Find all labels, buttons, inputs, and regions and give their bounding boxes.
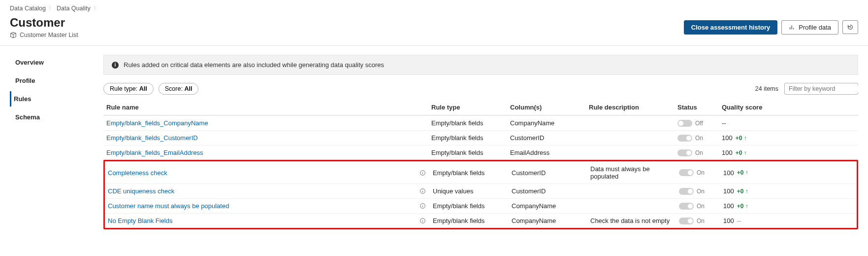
description-cell: Check the data is not empty [590,217,679,224]
status-label: Off [695,120,703,127]
rule-name-link[interactable]: Customer name must always be populated [108,202,229,210]
info-icon[interactable] [419,203,426,209]
rule-name-link[interactable]: No Empty Blank Fields [108,217,173,224]
score-value: 100 [723,217,734,224]
info-icon: i [112,62,119,69]
sidebar-item-rules[interactable]: Rules [10,91,94,107]
columns-cell: EmailAddress [510,149,589,156]
filter-score-value: All [184,85,192,92]
col-rule-name: Rule name [106,104,431,111]
cube-icon [10,32,17,38]
table-row: Customer name must always be populated E… [105,198,857,213]
sidebar-item-profile[interactable]: Profile [10,73,94,88]
col-score: Quality score [722,104,766,111]
sidebar-item-schema[interactable]: Schema [10,110,94,125]
score-trend: +0 ↑ [736,149,747,156]
info-bar: i Rules added on critical data elements … [103,55,858,75]
subtitle-text: Customer Master List [20,32,78,38]
status-label: On [697,188,705,195]
status-toggle[interactable] [677,120,692,127]
search-input[interactable] [789,85,866,92]
rule-type-cell: Empty/blank fields [431,119,510,127]
columns-cell: CustomerID [510,134,589,142]
sidebar-item-overview[interactable]: Overview [10,55,94,70]
rule-name-link[interactable]: CDE uniqueness check [108,187,174,195]
status-label: On [697,169,705,176]
rule-type-cell: Empty/blank fields [433,202,512,210]
status-toggle[interactable] [679,169,694,176]
filter-rule-type-value: All [139,85,147,92]
score-value: -- [722,119,726,127]
columns-cell: CustomerID [512,169,590,177]
col-rule-type: Rule type [431,104,510,111]
profile-data-label: Profile data [799,24,831,31]
status-label: On [695,135,703,142]
col-status: Status [677,104,722,111]
history-button[interactable] [842,20,858,34]
score-trend: -- [737,217,741,224]
table-row: No Empty Blank Fields Empty/blank fields… [105,213,857,228]
rule-name-link[interactable]: Empty/blank_fields_EmailAddress [106,149,203,156]
status-toggle[interactable] [679,203,694,210]
status-toggle[interactable] [677,135,692,142]
breadcrumb-item[interactable]: Data Quality [57,5,91,12]
rule-name-link[interactable]: Empty/blank_fields_CompanyName [106,119,208,127]
filter-score-label: Score: [165,85,183,92]
filter-score[interactable]: Score: All [159,83,199,95]
columns-cell: CompanyName [510,119,589,127]
table-row: Empty/blank_fields_CompanyName Empty/bla… [103,115,858,130]
profile-data-button[interactable]: Profile data [781,20,838,35]
status-toggle[interactable] [677,149,692,156]
columns-cell: CompanyName [512,217,590,224]
score-value: 100 [722,149,733,156]
rules-table: Rule name Rule type Column(s) Rule descr… [103,100,858,229]
status-label: On [697,218,705,224]
col-columns: Column(s) [510,104,589,111]
rule-type-cell: Empty/blank fields [433,169,512,177]
rule-type-cell: Empty/blank fields [431,134,510,142]
history-icon [847,24,854,31]
info-text: Rules added on critical data elements ar… [124,61,384,69]
score-trend: +0 ↑ [736,135,747,142]
score-value: 100 [723,169,734,177]
table-row: CDE uniqueness check Unique values Custo… [105,183,857,198]
chevron-right-icon: 〉 [94,5,98,12]
chevron-right-icon: 〉 [49,5,54,12]
rule-type-cell: Empty/blank fields [431,149,510,156]
score-value: 100 [722,134,733,142]
table-row: Empty/blank_fields_CustomerID Empty/blan… [103,130,858,145]
score-value: 100 [723,202,734,210]
bar-chart-icon [789,24,796,31]
status-toggle[interactable] [679,188,694,195]
status-label: On [697,203,705,210]
close-assessment-button[interactable]: Close assessment history [684,20,777,35]
page-title: Customer [10,16,78,30]
score-trend: +0 ↑ [737,169,748,176]
info-icon[interactable] [419,218,426,224]
rule-type-cell: Unique values [433,187,512,195]
status-toggle[interactable] [679,218,694,224]
table-row: Empty/blank_fields_EmailAddress Empty/bl… [103,145,858,160]
columns-cell: CompanyName [512,202,590,210]
info-icon[interactable] [419,170,426,176]
items-count: 24 items [755,85,778,92]
rule-type-cell: Empty/blank fields [433,217,512,224]
filter-rule-type-label: Rule type: [110,85,137,92]
breadcrumb: Data Catalog 〉 Data Quality 〉 [10,5,858,12]
status-label: On [695,149,703,156]
sidebar: Overview Profile Rules Schema [0,55,94,229]
breadcrumb-item[interactable]: Data Catalog [10,5,46,12]
score-value: 100 [723,187,734,195]
info-icon[interactable] [419,188,426,194]
table-row: Completeness check Empty/blank fields Cu… [105,161,857,183]
search-box[interactable] [784,83,858,95]
rule-name-link[interactable]: Completeness check [108,169,167,177]
columns-cell: CustomerID [512,187,590,195]
score-trend: +0 ↑ [737,188,748,195]
col-description: Rule description [589,104,677,111]
description-cell: Data must always be populated [590,165,679,180]
rule-name-link[interactable]: Empty/blank_fields_CustomerID [106,134,198,142]
filter-rule-type[interactable]: Rule type: All [103,83,154,95]
subtitle: Customer Master List [10,32,78,38]
score-trend: +0 ↑ [737,203,748,210]
